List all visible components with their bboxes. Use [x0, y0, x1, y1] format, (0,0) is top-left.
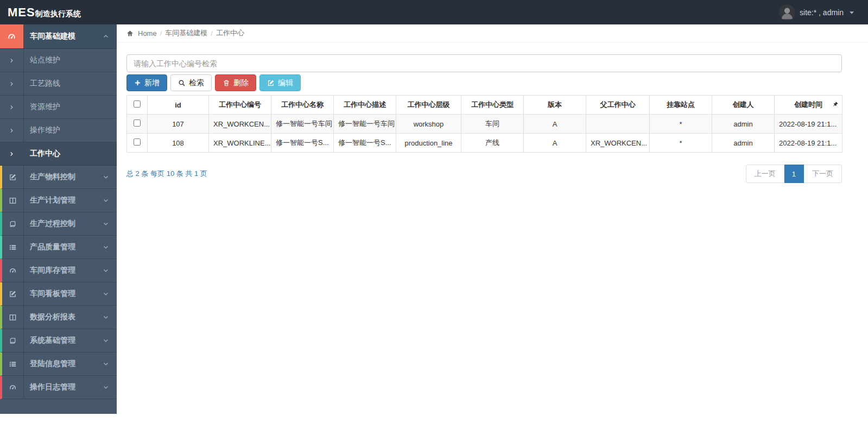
sidebar-item-label: 工艺路线	[23, 79, 117, 89]
edit-button[interactable]: 编辑	[259, 74, 301, 91]
chevron-down-icon	[103, 174, 109, 180]
sidebar-group-label: 系统基础管理	[23, 336, 103, 345]
sidebar-group-data-analysis-report[interactable]: 数据分析报表	[0, 306, 117, 329]
cell-station: *	[650, 115, 712, 134]
sidebar-group-label: 生产计划管理	[23, 196, 103, 205]
sidebar-group-label: 车间看板管理	[23, 289, 103, 299]
select-all-checkbox[interactable]	[134, 100, 141, 108]
page-body: 新增 检索 删除 编辑	[117, 42, 868, 183]
top-navbar: MES 制造执行系统 site:* , admin	[0, 0, 868, 24]
sidebar-group-process-control[interactable]: 生产过程控制	[0, 212, 117, 236]
row-select-cell	[127, 134, 148, 153]
breadcrumb-separator: /	[160, 29, 162, 37]
cell-level: production_line	[396, 134, 461, 153]
sidebar-group-kanban-management[interactable]: 车间看板管理	[0, 282, 117, 306]
col-header-station: 挂靠站点	[650, 96, 712, 115]
cell-creator: admin	[712, 115, 775, 134]
chevron-down-icon	[103, 361, 109, 367]
cell-name: 修一智能一号车间	[271, 115, 334, 134]
sidebar-item-label: 资源维护	[23, 102, 117, 112]
cell-type: 车间	[461, 115, 524, 134]
sidebar-item-work-center[interactable]: 工作中心	[0, 142, 117, 166]
pencil-square-icon	[2, 290, 23, 298]
sidebar-group-quality-management[interactable]: 产品质量管理	[0, 236, 117, 259]
caret-down-icon	[849, 10, 854, 15]
table-row[interactable]: 107 XR_WORKCEN... 修一智能一号车间 修一智能一号车间 work…	[127, 115, 842, 134]
row-checkbox[interactable]	[134, 138, 141, 146]
columns-icon	[2, 197, 23, 205]
col-header-description: 工作中心描述	[334, 96, 396, 115]
next-page-button[interactable]: 下一页	[804, 165, 842, 183]
breadcrumb-level1[interactable]: 车间基础建模	[165, 28, 207, 38]
sidebar-group-system-base-management[interactable]: 系统基础管理	[0, 329, 117, 352]
cell-creator: admin	[712, 134, 775, 153]
col-header-level: 工作中心层级	[396, 96, 461, 115]
current-page-button[interactable]: 1	[784, 165, 804, 183]
prev-page-button[interactable]: 上一页	[746, 165, 784, 183]
list-icon	[2, 243, 23, 251]
search-input[interactable]	[126, 54, 842, 72]
user-label: site:* , admin	[800, 8, 844, 17]
sidebar-group-inventory-management[interactable]: 车间库存管理	[0, 259, 117, 282]
sidebar-group-plan-management[interactable]: 生产计划管理	[0, 189, 117, 212]
sidebar-item-resource-maintenance[interactable]: 资源维护	[0, 96, 117, 119]
sidebar-item-label: 工作中心	[23, 149, 117, 159]
sidebar-item-process-route[interactable]: 工艺路线	[0, 72, 117, 96]
edit-button-label: 编辑	[278, 78, 293, 88]
sidebar-item-label: 站点维护	[23, 55, 117, 65]
cell-name: 修一智能一号S...	[271, 134, 334, 153]
cell-create-time: 2022-08-19 21:1...	[775, 115, 842, 134]
sidebar-group-label: 车间基础建模	[23, 32, 103, 41]
sidebar-group-label: 登陆信息管理	[23, 359, 103, 369]
cell-station: *	[650, 134, 712, 153]
edit-icon	[267, 79, 275, 87]
user-menu[interactable]: site:* , admin	[779, 4, 854, 21]
col-header-type: 工作中心类型	[461, 96, 524, 115]
app-logo: MES 制造执行系统	[8, 5, 81, 20]
cell-id: 108	[148, 134, 209, 153]
chevron-up-icon	[103, 33, 109, 40]
trash-icon	[223, 79, 230, 87]
cell-parent: XR_WORKCEN...	[586, 134, 650, 153]
sidebar-item-operation-maintenance[interactable]: 操作维护	[0, 119, 117, 142]
breadcrumb-separator: /	[211, 29, 213, 37]
book-icon	[2, 337, 23, 345]
pin-icon[interactable]	[833, 101, 839, 109]
sidebar-group-workshop-modeling[interactable]: 车间基础建模	[0, 24, 117, 49]
cell-id: 107	[148, 115, 209, 134]
sidebar-group-label: 数据分析报表	[23, 312, 103, 322]
chevron-down-icon	[103, 314, 109, 320]
col-header-code: 工作中心编号	[209, 96, 271, 115]
col-header-creator: 创建人	[712, 96, 775, 115]
col-header-id: id	[148, 96, 209, 115]
chevron-right-icon	[0, 81, 23, 87]
sidebar-group-operation-log-management[interactable]: 操作日志管理	[0, 376, 117, 399]
add-button[interactable]: 新增	[126, 74, 167, 91]
col-header-version: 版本	[524, 96, 586, 115]
row-checkbox[interactable]	[134, 119, 141, 127]
columns-icon	[2, 313, 23, 322]
list-footer: 总 2 条 每页 10 条 共 1 页 上一页 1 下一页	[126, 165, 842, 183]
chevron-right-icon	[0, 58, 23, 64]
chevron-down-icon	[103, 221, 109, 227]
plus-icon	[134, 79, 141, 86]
sidebar-group-login-info-management[interactable]: 登陆信息管理	[0, 352, 117, 376]
add-button-label: 新增	[144, 78, 160, 88]
search-button[interactable]: 检索	[170, 74, 212, 91]
cell-description: 修一智能一号S...	[334, 134, 396, 153]
col-header-create-time: 创建时间	[775, 96, 842, 115]
sidebar-group-label: 操作日志管理	[23, 382, 103, 392]
chevron-right-icon	[0, 104, 23, 110]
chevron-down-icon	[103, 197, 109, 204]
breadcrumb: Home / 车间基础建模 / 工作中心	[117, 24, 868, 42]
sidebar-item-site-maintenance[interactable]: 站点维护	[0, 49, 117, 72]
sidebar-group-label: 生产物料控制	[23, 172, 103, 182]
table-row[interactable]: 108 XR_WORKLINE... 修一智能一号S... 修一智能一号S...…	[127, 134, 842, 153]
table-header-row: id 工作中心编号 工作中心名称 工作中心描述 工作中心层级 工作中心类型 版本…	[127, 96, 842, 115]
delete-button[interactable]: 删除	[215, 74, 256, 91]
sidebar-group-material-control[interactable]: 生产物料控制	[0, 166, 117, 189]
breadcrumb-level2: 工作中心	[216, 28, 244, 38]
cell-description: 修一智能一号车间	[334, 115, 396, 134]
breadcrumb-home[interactable]: Home	[138, 29, 157, 37]
chevron-down-icon	[103, 384, 109, 390]
